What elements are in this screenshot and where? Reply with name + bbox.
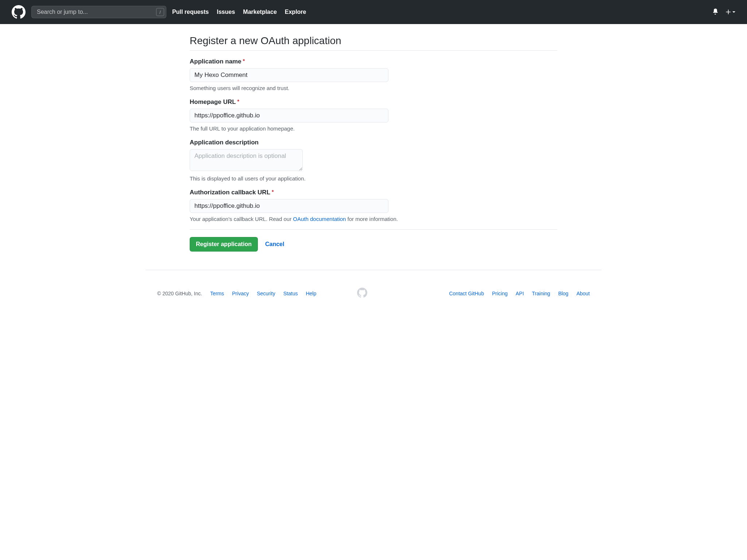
nav-explore[interactable]: Explore	[285, 9, 306, 15]
field-app-name: Application name* Something users will r…	[190, 58, 388, 91]
app-name-label: Application name*	[190, 58, 388, 65]
nav-marketplace[interactable]: Marketplace	[243, 9, 277, 15]
footer-link-status[interactable]: Status	[283, 291, 298, 296]
main-content: Register a new OAuth application Applica…	[178, 24, 569, 252]
primary-nav: Pull requests Issues Marketplace Explore	[172, 9, 306, 15]
nav-issues[interactable]: Issues	[217, 9, 235, 15]
footer-link-contact[interactable]: Contact GitHub	[449, 291, 484, 296]
footer-logo-link[interactable]	[357, 288, 367, 299]
footer-link-api[interactable]: API	[516, 291, 524, 296]
footer-link-help[interactable]: Help	[306, 291, 316, 296]
field-callback-url: Authorization callback URL* Your applica…	[190, 189, 557, 222]
callback-input[interactable]	[190, 199, 388, 213]
footer-link-terms[interactable]: Terms	[210, 291, 224, 296]
notifications-button[interactable]	[712, 8, 719, 16]
footer-link-security[interactable]: Security	[257, 291, 275, 296]
footer-link-about[interactable]: About	[576, 291, 590, 296]
form-actions: Register application Cancel	[190, 229, 557, 252]
search-slash-hint: /	[156, 8, 164, 16]
description-label: Application description	[190, 139, 388, 146]
header-right	[712, 8, 735, 16]
homepage-hint: The full URL to your application homepag…	[190, 125, 388, 132]
register-application-button[interactable]: Register application	[190, 237, 258, 252]
footer-link-training[interactable]: Training	[532, 291, 550, 296]
description-hint: This is displayed to all users of your a…	[190, 175, 388, 182]
github-logo-link[interactable]	[12, 5, 26, 19]
plus-icon	[725, 9, 732, 15]
footer-left: © 2020 GitHub, Inc. Terms Privacy Securi…	[157, 291, 316, 296]
footer-copyright: © 2020 GitHub, Inc.	[157, 291, 202, 296]
nav-pull-requests[interactable]: Pull requests	[172, 9, 209, 15]
homepage-label: Homepage URL*	[190, 98, 388, 106]
oauth-doc-link[interactable]: OAuth documentation	[293, 216, 346, 222]
search-input[interactable]	[31, 6, 166, 18]
footer-link-blog[interactable]: Blog	[558, 291, 568, 296]
cancel-link[interactable]: Cancel	[265, 241, 284, 248]
main-header: / Pull requests Issues Marketplace Explo…	[0, 0, 747, 24]
field-homepage-url: Homepage URL* The full URL to your appli…	[190, 98, 388, 132]
bell-icon	[712, 8, 719, 15]
search-wrap: /	[31, 6, 166, 18]
homepage-input[interactable]	[190, 109, 388, 122]
description-textarea[interactable]	[190, 149, 303, 171]
app-name-hint: Something users will recognize and trust…	[190, 85, 388, 91]
github-logo-icon	[12, 5, 26, 19]
app-name-input[interactable]	[190, 68, 388, 82]
footer-right: Contact GitHub Pricing API Training Blog…	[449, 291, 590, 296]
github-logo-icon	[357, 288, 367, 298]
page-title: Register a new OAuth application	[190, 35, 557, 51]
footer-link-pricing[interactable]: Pricing	[492, 291, 508, 296]
site-footer: © 2020 GitHub, Inc. Terms Privacy Securi…	[146, 270, 601, 316]
callback-label: Authorization callback URL*	[190, 189, 557, 196]
caret-down-icon	[732, 11, 735, 13]
footer-link-privacy[interactable]: Privacy	[232, 291, 249, 296]
create-new-dropdown[interactable]	[725, 9, 735, 15]
field-description: Application description This is displaye…	[190, 139, 388, 182]
callback-hint: Your application's callback URL. Read ou…	[190, 216, 557, 222]
